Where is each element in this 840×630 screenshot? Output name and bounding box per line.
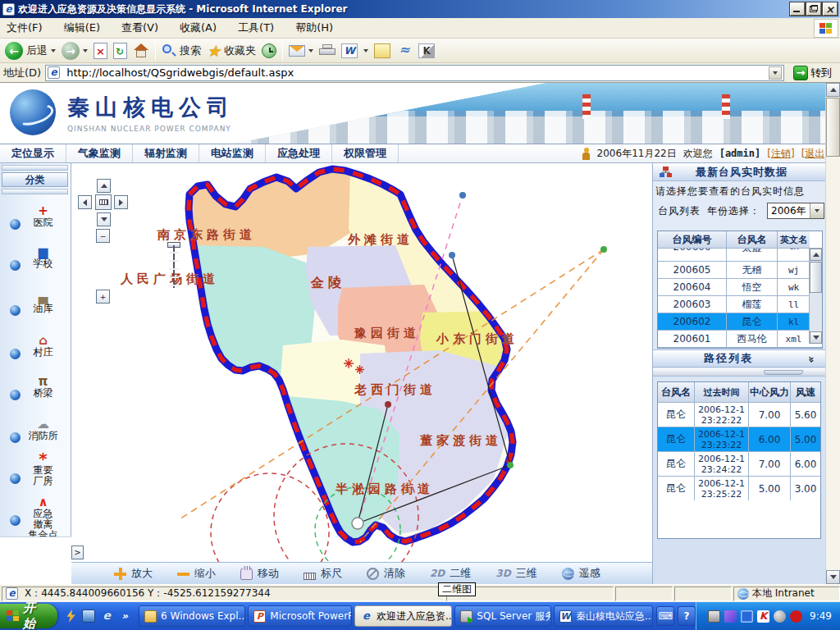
pan-right-button[interactable] <box>114 195 128 209</box>
sidebar-item-fire-station[interactable]: ☁ 消防所 <box>0 418 71 441</box>
sidebar-item-hospital[interactable]: + 医院 <box>0 204 71 228</box>
mail-dropdown-icon[interactable] <box>308 49 313 52</box>
ruler-tool[interactable]: 标尺 <box>304 566 342 581</box>
path-row[interactable]: 昆仑 2006-12-1 23:24:22 7.00 6.00 <box>658 452 820 477</box>
menu-help[interactable]: 帮助(H) <box>295 21 333 35</box>
sidebar-item-bridge[interactable]: π 桥梁 <box>0 375 71 399</box>
sidebar-item-oil-depot[interactable]: ▄ 油库 <box>0 290 71 314</box>
discuss-button[interactable] <box>374 43 390 58</box>
menu-view[interactable]: 查看(V) <box>121 21 158 35</box>
back-dropdown-icon[interactable] <box>51 49 56 52</box>
quicklaunch-ie-icon[interactable] <box>100 609 113 623</box>
district-map[interactable] <box>71 163 652 562</box>
typhoon-row[interactable]: 200605 无稽 wj <box>658 262 822 279</box>
sidebar-header[interactable]: 分类 <box>2 172 68 187</box>
sidebar-strip[interactable] <box>2 189 68 194</box>
pan-down-button[interactable] <box>97 212 111 226</box>
year-select-dropdown[interactable] <box>810 203 824 218</box>
clock[interactable]: 9:49 <box>810 610 832 622</box>
zoom-in-tool[interactable]: 放大 <box>114 566 153 581</box>
quicklaunch-more-icon[interactable] <box>121 610 128 622</box>
nav-tab-location[interactable]: 定位显示 <box>0 144 66 162</box>
clear-tool[interactable]: 清除 <box>367 566 405 581</box>
zoom-in-small-button[interactable]: + <box>96 290 110 304</box>
scroll-thumb[interactable] <box>826 98 840 157</box>
favorites-button[interactable]: 收藏夹 <box>207 43 256 58</box>
pan-up-button[interactable] <box>97 179 111 193</box>
tray-ati-icon[interactable] <box>790 610 802 623</box>
taskbar-window-word[interactable]: 秦山核电站应急... <box>554 605 653 627</box>
search-button[interactable]: 搜索 <box>162 43 201 58</box>
path-row-selected[interactable]: 昆仑 2006-12-1 23:23:22 6.00 5.00 <box>658 427 820 452</box>
typhoon-row[interactable]: 200603 榴莲 ll <box>658 296 822 313</box>
pan-center-button[interactable] <box>95 194 112 210</box>
pan-left-button[interactable] <box>78 195 92 209</box>
map-area[interactable]: 南京东路街道 外滩街道 人民广场街道 金陵 豫园街道 小东门街道 老西门街道 董… <box>71 163 652 584</box>
sidebar-item-key-buildings[interactable]: * 重要 厂房 <box>0 452 71 486</box>
restore-button[interactable] <box>806 2 821 16</box>
scroll-up-button[interactable] <box>826 83 840 97</box>
nav-tab-emergency[interactable]: 应急处理 <box>266 144 332 162</box>
splitter-grip[interactable] <box>764 370 803 375</box>
sidebar-item-assembly-point[interactable]: ∧ 应急 撤离 集合点 <box>0 495 71 541</box>
back-button[interactable]: ← 后退 <box>5 42 56 60</box>
close-button[interactable] <box>823 2 838 16</box>
refresh-button[interactable] <box>113 43 127 59</box>
view-2d-tool[interactable]: 2D二维 <box>430 566 471 581</box>
remote-sensing-tool[interactable]: 遥感 <box>562 566 600 581</box>
menu-edit[interactable]: 编辑(E) <box>64 21 100 35</box>
menu-tools[interactable]: 工具(T) <box>238 21 274 35</box>
forward-button[interactable]: → <box>62 42 88 60</box>
logout-link[interactable]: [注销] <box>767 147 794 161</box>
scroll-thumb[interactable] <box>810 262 822 293</box>
tray-grid-icon[interactable] <box>741 610 753 623</box>
start-button[interactable]: 开始 <box>0 604 57 628</box>
help-button[interactable]: ? <box>678 606 696 626</box>
url-dropdown-button[interactable] <box>769 66 782 80</box>
path-row[interactable]: 昆仑 2006-12-1 23:22:22 7.00 5.60 <box>658 403 820 427</box>
sidebar-item-school[interactable]: ▆ 学校 <box>0 245 71 269</box>
edit-dropdown-icon[interactable] <box>363 49 368 52</box>
sidebar-strip[interactable] <box>2 165 68 171</box>
typhoon-row[interactable]: 200606 太虚 tx <box>658 249 822 262</box>
menu-favorites[interactable]: 收藏(A) <box>180 21 217 35</box>
pan-tool[interactable]: 移动 <box>240 566 279 581</box>
tray-antivirus-icon[interactable] <box>757 610 769 623</box>
history-button[interactable] <box>262 43 276 58</box>
view-3d-tool[interactable]: 3D三维 <box>495 566 536 581</box>
quicklaunch-desktop-icon[interactable] <box>82 609 95 623</box>
tray-server-icon[interactable] <box>708 610 720 623</box>
typhoon-row[interactable]: 200604 悟空 wk <box>658 279 822 296</box>
home-button[interactable] <box>133 43 149 58</box>
forward-dropdown-icon[interactable] <box>83 49 88 52</box>
zoom-out-tool[interactable]: 缩小 <box>177 566 216 581</box>
scroll-up-button[interactable] <box>810 249 822 261</box>
tray-volume-icon[interactable] <box>774 610 786 623</box>
minimize-button[interactable] <box>790 2 805 16</box>
typhoon-row[interactable]: 200601 西马伦 xml <box>658 331 822 348</box>
scroll-down-button[interactable] <box>826 570 840 584</box>
page-scrollbar[interactable] <box>825 83 840 584</box>
stop-button[interactable] <box>94 43 107 59</box>
panel-splitter[interactable] <box>653 368 826 377</box>
quicklaunch-lightning-icon[interactable] <box>64 609 77 623</box>
nav-tab-radiation[interactable]: 辐射监测 <box>133 144 199 162</box>
zoom-out-small-button[interactable]: − <box>96 229 110 243</box>
menu-file[interactable]: 文件(F) <box>7 21 43 35</box>
edit-word-button[interactable] <box>341 43 358 58</box>
url-field[interactable]: http://localhost/QSgridwebgis/default.as… <box>45 65 784 81</box>
sidebar-item-village[interactable]: ⌂ 村庄 <box>0 334 71 358</box>
taskbar-window-explorer-group[interactable]: 6 Windows Expl... <box>139 605 245 627</box>
addon-k-button[interactable] <box>418 43 435 58</box>
typhoon-row-selected[interactable]: 200602 昆仑 kl <box>658 313 822 331</box>
exit-link[interactable]: [退出] <box>801 147 829 161</box>
taskbar-window-powerpoint[interactable]: Microsoft PowerP... <box>248 605 352 627</box>
path-row[interactable]: 昆仑 2006-12-1 23:25:22 5.00 3.00 <box>658 477 820 500</box>
path-list-header[interactable]: 路径列表 <box>653 349 826 368</box>
collapse-chevron-icon[interactable] <box>805 355 817 362</box>
go-button[interactable]: 转到 <box>788 65 837 81</box>
taskbar-window-sqlserver[interactable]: SQL Server 服务... <box>454 605 551 627</box>
nav-tab-permission[interactable]: 权限管理 <box>332 144 399 162</box>
print-button[interactable] <box>319 44 336 57</box>
keyboard-layout-button[interactable]: ⌨ <box>656 606 674 626</box>
